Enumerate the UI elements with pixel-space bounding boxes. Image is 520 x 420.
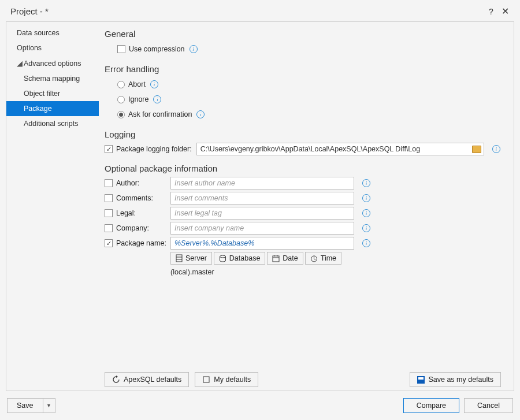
sidebar-item-data-sources[interactable]: Data sources [6,25,99,40]
comments-input[interactable] [170,192,354,205]
company-checkbox[interactable] [105,224,113,232]
ask-label: Ask for confirmation [128,110,192,118]
info-icon[interactable]: i [492,145,500,153]
info-icon[interactable]: i [362,179,370,187]
chevron-down-icon: ▼ [46,403,51,408]
info-icon[interactable]: i [196,110,205,118]
legal-checkbox[interactable] [105,209,113,217]
author-input[interactable] [170,177,354,189]
sidebar-item-advanced-options[interactable]: ◢Advanced options [6,55,99,71]
nav-sidebar: Data sources Options ◢Advanced options S… [6,22,99,391]
save-button[interactable]: Save [7,398,43,413]
section-optional-heading: Optional package information [105,163,501,173]
compare-button[interactable]: Compare [403,398,459,413]
help-icon[interactable]: ? [484,7,498,16]
svg-rect-4 [273,256,279,262]
project-dialog: Project - * ? ✕ Data sources Options ◢Ad… [0,0,520,420]
settings-panel: General Use compression i Error handling… [99,22,514,391]
sidebar-item-options[interactable]: Options [6,40,99,55]
use-compression-checkbox[interactable] [117,45,125,53]
server-token-button[interactable]: Server [170,252,212,265]
author-field-label: Author: [116,179,139,187]
company-field-label: Company: [116,224,149,232]
sidebar-item-additional-scripts[interactable]: Additional scripts [6,116,99,131]
cancel-button[interactable]: Cancel [464,398,513,413]
logging-folder-label: Package logging folder: [116,145,192,153]
abort-label: Abort [128,80,146,88]
floppy-icon [417,376,425,384]
info-icon[interactable]: i [362,239,370,247]
logging-folder-checkbox[interactable] [105,145,113,153]
comments-field-label: Comments: [116,194,153,202]
section-general-heading: General [105,29,501,39]
info-icon[interactable]: i [362,194,370,202]
sidebar-item-object-filter[interactable]: Object filter [6,86,99,101]
svg-point-3 [220,255,225,258]
info-icon[interactable]: i [190,45,198,53]
legal-input[interactable] [170,207,354,220]
ignore-label: Ignore [128,95,148,103]
save-as-my-defaults-button[interactable]: Save as my defaults [410,372,501,387]
close-icon[interactable]: ✕ [498,6,512,17]
legal-field-label: Legal: [116,209,136,217]
time-token-button[interactable]: Time [305,252,341,265]
sidebar-item-package[interactable]: Package [6,101,99,116]
server-icon [176,254,183,262]
use-compression-label: Use compression [129,45,185,53]
svg-line-10 [314,259,315,260]
info-icon[interactable]: i [362,224,370,232]
package-name-field-label: Package name: [116,239,166,247]
apexsql-defaults-button[interactable]: ApexSQL defaults [105,372,189,387]
section-error-heading: Error handling [105,64,501,74]
svg-rect-0 [176,255,182,262]
reset-icon [112,376,120,384]
save-dropdown-button[interactable]: ▼ [43,398,55,413]
browse-folder-button[interactable] [472,146,481,155]
sidebar-item-schema-mapping[interactable]: Schema mapping [6,71,99,86]
abort-radio[interactable] [117,81,125,88]
comments-checkbox[interactable] [105,194,113,202]
clock-icon [310,255,318,262]
info-icon[interactable]: i [153,95,161,103]
author-checkbox[interactable] [105,179,113,187]
load-icon [202,376,210,384]
dialog-footer: Save ▼ Compare Cancel [0,391,520,420]
chevron-down-icon[interactable]: ◢ [17,59,23,68]
ask-radio[interactable] [117,111,125,118]
my-defaults-button[interactable]: My defaults [195,372,258,387]
folder-icon [472,146,481,153]
ignore-radio[interactable] [117,96,125,103]
package-name-input[interactable] [170,237,354,250]
window-title: Project - * [10,6,49,16]
calendar-icon [272,255,280,262]
info-icon[interactable]: i [150,80,158,88]
database-token-button[interactable]: Database [214,252,266,265]
date-token-button[interactable]: Date [267,252,303,265]
svg-rect-12 [203,377,209,382]
logging-folder-input[interactable] [196,143,484,155]
titlebar: Project - * ? ✕ [0,0,520,21]
package-name-preview: (local).master [170,268,501,276]
package-name-checkbox[interactable] [105,239,113,247]
database-icon [219,255,226,262]
info-icon[interactable]: i [362,209,370,217]
company-input[interactable] [170,222,354,235]
dialog-frame: Data sources Options ◢Advanced options S… [6,21,514,391]
section-logging-heading: Logging [105,129,501,139]
